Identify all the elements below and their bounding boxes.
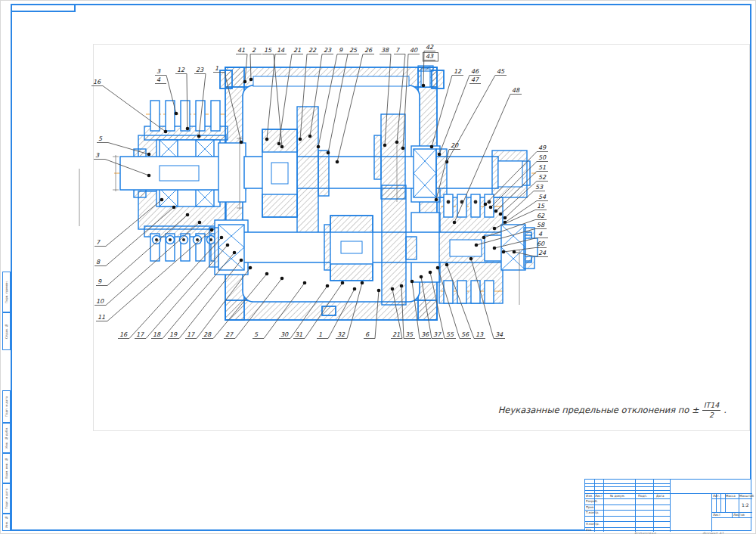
callout-23: 23	[196, 67, 204, 73]
callout-3: 3	[156, 68, 161, 75]
callout-45: 45	[497, 68, 505, 75]
callout-52: 52	[538, 174, 547, 181]
callout-27: 27	[225, 331, 234, 338]
callout-13: 13	[476, 331, 484, 338]
callout-7: 7	[395, 47, 400, 54]
callout-34: 34	[495, 331, 503, 338]
callout-11: 11	[98, 314, 105, 321]
tb-col-dokum: № докум.	[610, 494, 625, 498]
note-fraction: IT14 2	[702, 402, 721, 418]
callout-50: 50	[538, 154, 547, 161]
callout-17: 17	[187, 331, 195, 338]
callout-62: 62	[537, 213, 545, 219]
callout-7: 7	[96, 239, 101, 246]
callout-47: 47	[471, 76, 479, 83]
callout-17: 17	[136, 331, 144, 338]
callout-30: 30	[280, 331, 289, 338]
callout-51: 51	[538, 164, 546, 171]
callout-22: 22	[308, 47, 317, 54]
gearbox-assembly-drawing: 4121514212223925263874042431634122315378…	[1, 1, 756, 534]
callout-18: 18	[153, 331, 161, 338]
callout-37: 37	[433, 331, 442, 338]
callout-4: 4	[156, 76, 161, 83]
callout-49: 49	[538, 144, 547, 151]
callout-26: 26	[364, 47, 373, 54]
tb-mass-label: Масса	[726, 494, 736, 498]
callout-9: 9	[98, 278, 102, 285]
callout-24: 24	[538, 250, 547, 256]
callout-55: 55	[446, 331, 454, 338]
callout-60: 60	[537, 241, 545, 247]
callout-35: 35	[405, 331, 414, 338]
tb-tkontr: Т.контр.	[586, 511, 599, 515]
callout-25: 25	[349, 47, 358, 54]
callout-54: 54	[538, 194, 547, 200]
callout-4: 4	[538, 231, 543, 238]
note-text: Неуказанные предельные отклонения по ±	[498, 405, 699, 415]
tb-razrab: Разраб.	[586, 499, 598, 504]
callout-2: 2	[252, 47, 256, 54]
tolerance-note: Неуказанные предельные отклонения по ± I…	[485, 402, 727, 418]
callout-28: 28	[203, 331, 212, 338]
gearbox-housing	[220, 66, 444, 320]
callout-32: 32	[337, 331, 345, 338]
title-block: Изм. Лист № докум. Подп. Дата Разраб. Пр…	[584, 479, 751, 531]
callout-48: 48	[512, 87, 520, 94]
callout-38: 38	[381, 47, 389, 54]
drawing-sheet: Перв. примен.Справ. №Подп. и датаИнв. № …	[0, 0, 756, 534]
callout-6: 6	[365, 331, 370, 338]
callout-56: 56	[461, 331, 469, 338]
tb-utv: Утв.	[586, 528, 592, 532]
callout-5: 5	[254, 331, 259, 338]
tb-col-podp: Подп.	[638, 494, 647, 498]
tb-listov-label: Листов	[733, 513, 745, 517]
callout-53: 53	[535, 184, 544, 191]
callout-8: 8	[96, 259, 101, 265]
callout-12: 12	[177, 67, 185, 73]
callout-20: 20	[451, 142, 459, 149]
tb-list-label: Лист	[713, 513, 720, 517]
callout-46: 46	[471, 68, 479, 75]
callout-23: 23	[324, 47, 332, 54]
callout-40: 40	[410, 47, 418, 54]
footer-format: Формат A1	[702, 531, 723, 534]
tb-col-list: Лист	[595, 494, 603, 498]
callout-10: 10	[96, 298, 104, 305]
callout-31: 31	[295, 331, 302, 338]
callout-41: 41	[237, 47, 245, 54]
callout-58: 58	[537, 222, 545, 228]
callout-21: 21	[293, 47, 301, 54]
callout-42: 42	[426, 44, 434, 51]
callout-5: 5	[98, 135, 103, 142]
tb-col-izm: Изм.	[586, 494, 593, 498]
tb-nkontr: Н.контр.	[586, 522, 600, 526]
tb-scale-value: 1:2	[742, 503, 749, 508]
tb-scale-label: Масштаб	[739, 494, 754, 498]
callout-3: 3	[95, 152, 100, 159]
callout-1: 1	[215, 65, 218, 72]
callout-16: 16	[119, 331, 128, 338]
callout-14: 14	[277, 47, 285, 54]
tb-lit-label: Лит.	[713, 494, 720, 498]
callout-21: 21	[392, 331, 400, 338]
callout-15: 15	[537, 203, 545, 210]
callout-19: 19	[169, 331, 178, 338]
tb-col-data: Дата	[656, 494, 664, 498]
footer-kopiroval: Копировал	[634, 531, 656, 534]
tb-prov: Пров.	[586, 505, 595, 510]
callout-43: 43	[426, 53, 434, 60]
callout-9: 9	[339, 47, 343, 54]
callout-16: 16	[93, 79, 101, 85]
callout-12: 12	[454, 68, 462, 75]
callout-1: 1	[318, 331, 322, 338]
callout-36: 36	[421, 331, 429, 338]
callout-15: 15	[264, 47, 272, 54]
